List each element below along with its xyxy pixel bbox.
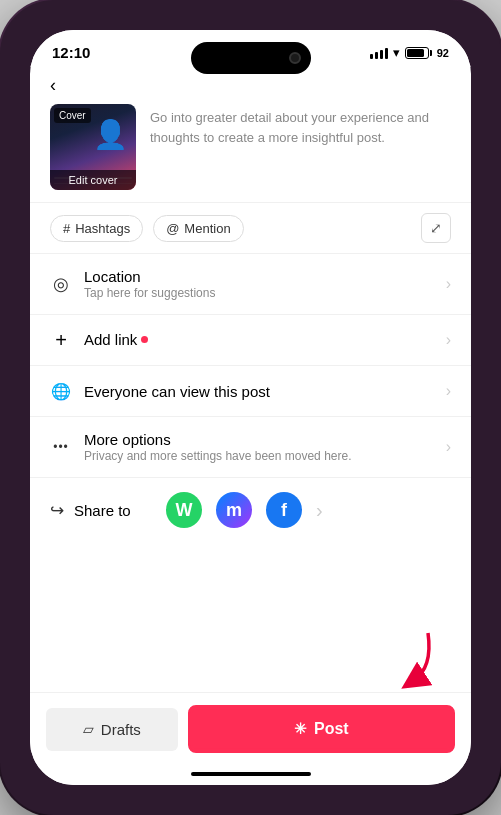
- expand-icon: ⤢: [430, 220, 442, 236]
- share-label: Share to: [74, 502, 131, 519]
- cover-edit-button[interactable]: Edit cover: [50, 170, 136, 190]
- more-options-title: More options: [84, 431, 446, 448]
- visibility-item[interactable]: 🌐 Everyone can view this post ›: [30, 365, 471, 416]
- spacer: [30, 542, 471, 692]
- visibility-content: Everyone can view this post: [84, 383, 446, 400]
- mention-label: Mention: [184, 221, 230, 236]
- location-content: Location Tap here for suggestions: [84, 268, 446, 300]
- drafts-label: Drafts: [101, 721, 141, 738]
- hashtag-icon: #: [63, 221, 70, 236]
- share-messenger-button[interactable]: m: [216, 492, 252, 528]
- location-title: Location: [84, 268, 446, 285]
- add-link-item[interactable]: + Add link ›: [30, 314, 471, 365]
- more-options-chevron-icon: ›: [446, 438, 451, 456]
- battery-pct: 92: [437, 47, 449, 59]
- add-link-chevron-icon: ›: [446, 331, 451, 349]
- bottom-bar: ▱ Drafts ✳ Post: [30, 692, 471, 763]
- more-options-icon: •••: [50, 436, 72, 458]
- facebook-icon: f: [281, 500, 287, 521]
- share-apps: W m f ›: [166, 492, 323, 528]
- share-icon: ↪: [50, 500, 64, 521]
- cover-section: 👤 Cover Edit cover Go into greater detai…: [30, 100, 471, 202]
- hashtag-button[interactable]: # Hashtags: [50, 215, 143, 242]
- add-link-icon: +: [50, 329, 72, 351]
- messenger-icon: m: [226, 500, 242, 521]
- location-item[interactable]: ◎ Location Tap here for suggestions ›: [30, 253, 471, 314]
- drafts-button[interactable]: ▱ Drafts: [46, 708, 178, 751]
- tags-row: # Hashtags @ Mention ⤢: [30, 202, 471, 253]
- notch: [191, 42, 311, 74]
- visibility-icon: 🌐: [50, 380, 72, 402]
- mention-button[interactable]: @ Mention: [153, 215, 243, 242]
- share-section: ↪ Share to W m f ›: [30, 477, 471, 542]
- cover-thumbnail[interactable]: 👤 Cover Edit cover: [50, 104, 136, 190]
- location-subtitle: Tap here for suggestions: [84, 286, 446, 300]
- home-indicator: [30, 763, 471, 785]
- signal-icon: [370, 47, 388, 59]
- cover-description: Go into greater detail about your experi…: [150, 104, 451, 147]
- visibility-title: Everyone can view this post: [84, 383, 446, 400]
- mention-icon: @: [166, 221, 179, 236]
- post-button[interactable]: ✳ Post: [188, 705, 455, 753]
- post-label: Post: [314, 720, 349, 738]
- drafts-icon: ▱: [83, 721, 94, 737]
- front-camera: [289, 52, 301, 64]
- more-options-content: More options Privacy and more settings h…: [84, 431, 446, 463]
- visibility-chevron-icon: ›: [446, 382, 451, 400]
- share-label-wrap: ↪ Share to: [50, 500, 150, 521]
- expand-button[interactable]: ⤢: [421, 213, 451, 243]
- battery-icon: [405, 47, 432, 59]
- post-icon: ✳: [294, 720, 307, 738]
- add-link-notification-dot: [141, 336, 148, 343]
- status-icons: ▾ 92: [370, 45, 449, 60]
- back-button[interactable]: ‹: [50, 75, 56, 95]
- cover-person-icon: 👤: [93, 118, 128, 151]
- add-link-content: Add link: [84, 331, 446, 349]
- location-chevron-icon: ›: [446, 275, 451, 293]
- more-options-subtitle: Privacy and more settings have been move…: [84, 449, 446, 463]
- location-icon: ◎: [50, 273, 72, 295]
- cover-label: Cover: [54, 108, 91, 123]
- add-link-title: Add link: [84, 331, 137, 348]
- share-facebook-button[interactable]: f: [266, 492, 302, 528]
- more-options-item[interactable]: ••• More options Privacy and more settin…: [30, 416, 471, 477]
- share-whatsapp-button[interactable]: W: [166, 492, 202, 528]
- content-area: ‹ 👤 Cover Edit cover Go into greater det…: [30, 67, 471, 692]
- home-bar: [191, 772, 311, 776]
- hashtag-label: Hashtags: [75, 221, 130, 236]
- whatsapp-icon: W: [176, 500, 193, 521]
- status-time: 12:10: [52, 44, 90, 61]
- wifi-icon: ▾: [393, 45, 400, 60]
- share-more-icon[interactable]: ›: [316, 499, 323, 522]
